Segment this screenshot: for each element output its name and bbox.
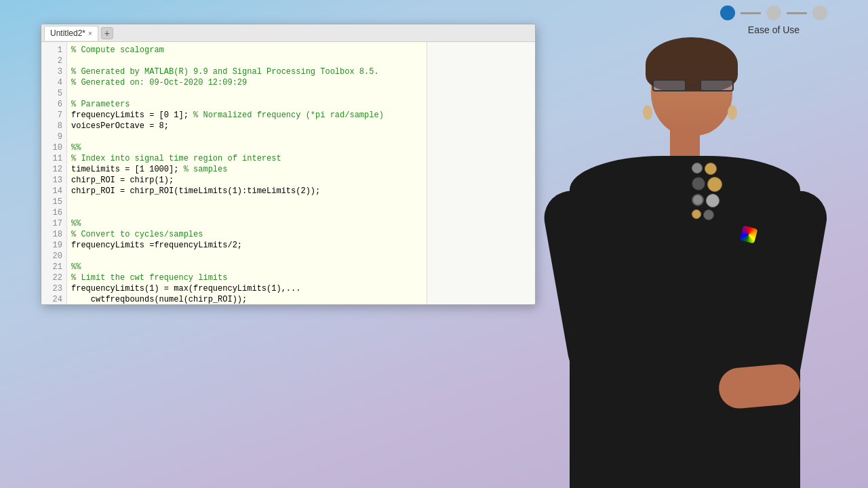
line-num-5: 5 (41, 88, 66, 99)
line-num-2: 2 (41, 56, 66, 66)
line-num-8: 8 (41, 121, 66, 131)
editor-right-panel (427, 42, 535, 304)
code-line-15 (71, 197, 422, 207)
code-line-9 (71, 131, 422, 142)
line-num-7: 7 (41, 110, 66, 121)
code-content[interactable]: % Compute scalogram % Generated by MATLA… (67, 42, 427, 304)
code-line-22: % Limit the cwt frequency limits (71, 272, 422, 283)
code-line-23: frequencyLimits(1) = max(frequencyLimits… (71, 283, 422, 294)
indicator-dot-2 (766, 5, 781, 20)
code-line-2 (71, 56, 422, 66)
line-numbers: 1 2 3 4 5 6 7 8 9 10 11 12 13 14 15 16 1… (41, 42, 67, 304)
line-num-13: 13 (41, 175, 66, 186)
code-line-19: frequencyLimits =frequencyLimits/2; (71, 240, 422, 251)
tab-close-button[interactable]: × (88, 30, 92, 37)
code-line-21: %% (71, 262, 422, 272)
line-num-3: 3 (41, 66, 66, 77)
matlab-editor: Untitled2* × + 1 2 3 4 5 6 7 8 9 10 11 1… (41, 24, 536, 305)
indicator-line-2 (787, 12, 807, 14)
indicator-line-1 (741, 12, 761, 14)
code-line-14: chirp_ROI = chirp_ROI(timeLimits(1):time… (71, 186, 422, 197)
line-num-15: 15 (41, 197, 66, 207)
line-num-19: 19 (41, 240, 66, 251)
code-line-7: frequencyLimits = [0 1]; % Normalized fr… (71, 110, 422, 121)
code-line-1: % Compute scalogram (71, 45, 422, 56)
presenter-glasses (652, 78, 734, 93)
indicator-dot-3 (812, 5, 827, 20)
ease-of-use-indicator: Ease of Use (720, 5, 827, 35)
indicator-dot-1 (720, 5, 735, 20)
code-line-11: % Index into signal time region of inter… (71, 153, 422, 164)
code-line-20 (71, 251, 422, 262)
presenter-earring-left (643, 105, 652, 120)
line-num-4: 4 (41, 77, 66, 88)
line-num-23: 23 (41, 283, 66, 294)
line-num-21: 21 (41, 262, 66, 272)
presenter-necklace (692, 163, 722, 220)
line-num-20: 20 (41, 251, 66, 262)
line-num-10: 10 (41, 142, 66, 153)
code-line-5 (71, 88, 422, 99)
code-line-13: chirp_ROI = chirp(1); (71, 175, 422, 186)
code-line-10: %% (71, 142, 422, 153)
code-line-8: voicesPerOctave = 8; (71, 121, 422, 131)
indicator-dots (720, 5, 827, 20)
ease-of-use-label: Ease of Use (748, 24, 800, 35)
line-num-11: 11 (41, 153, 66, 164)
code-line-6: % Parameters (71, 99, 422, 110)
code-line-4: % Generated on: 09-Oct-2020 12:09:29 (71, 77, 422, 88)
add-tab-button[interactable]: + (101, 27, 113, 39)
line-num-24: 24 (41, 294, 66, 304)
tab-bar: Untitled2* × + (41, 24, 535, 42)
presenter-body (570, 156, 800, 488)
line-num-18: 18 (41, 229, 66, 240)
tab-name: Untitled2* (50, 28, 85, 38)
line-num-12: 12 (41, 164, 66, 175)
code-line-3: % Generated by MATLAB(R) 9.9 and Signal … (71, 66, 422, 77)
line-num-22: 22 (41, 272, 66, 283)
editor-tab[interactable]: Untitled2* × (44, 26, 98, 41)
code-line-24: cwtfreqbounds(numel(chirp_ROI)); (71, 294, 422, 304)
line-num-14: 14 (41, 186, 66, 197)
line-num-16: 16 (41, 207, 66, 218)
line-num-6: 6 (41, 99, 66, 110)
line-num-17: 17 (41, 218, 66, 229)
code-area[interactable]: 1 2 3 4 5 6 7 8 9 10 11 12 13 14 15 16 1… (41, 42, 535, 304)
code-line-18: % Convert to cycles/samples (71, 229, 422, 240)
presenter-earring-right (728, 105, 737, 120)
code-line-12: timeLimits = [1 1000]; % samples (71, 164, 422, 175)
line-num-9: 9 (41, 131, 66, 142)
line-num-1: 1 (41, 45, 66, 56)
code-line-16 (71, 207, 422, 218)
code-line-17: %% (71, 218, 422, 229)
